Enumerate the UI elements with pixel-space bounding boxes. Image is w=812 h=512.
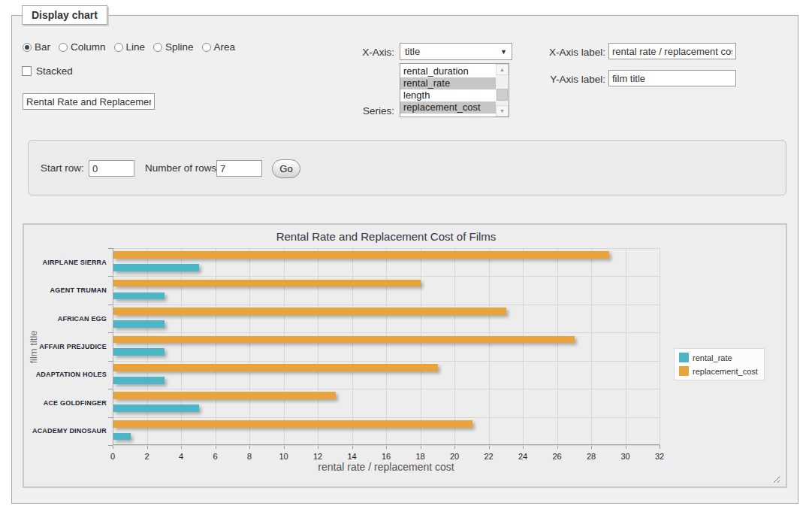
radio-circle-icon[interactable] <box>114 43 123 52</box>
go-button[interactable]: Go <box>272 159 300 178</box>
x-tick-label: 6 <box>213 452 217 461</box>
page: { "window": { "legend": "Display chart" … <box>0 0 812 512</box>
scroll-up-icon[interactable]: ▲ <box>496 64 509 75</box>
category-band: AIRPLANE SIERRA <box>113 248 660 276</box>
x-tick-label: 4 <box>179 452 183 461</box>
series-options: rental_durationrental_ratelengthreplacem… <box>400 64 496 117</box>
x-tick-label: 8 <box>247 452 252 461</box>
category-band: AGENT TRUMAN <box>113 276 660 304</box>
radio-circle-icon[interactable] <box>153 43 162 52</box>
bar-replacement_cost <box>113 364 438 371</box>
resize-handle-icon[interactable] <box>771 474 780 483</box>
stacked-checkbox[interactable] <box>22 66 32 76</box>
series-option[interactable]: rental_duration <box>400 65 496 77</box>
gridline <box>660 248 660 445</box>
rows-panel: Start row: Number of rows: Go <box>28 140 786 195</box>
radio-circle-icon[interactable] <box>59 43 68 52</box>
scroll-down-icon[interactable]: ▼ <box>496 105 509 117</box>
chart-legend: rental_ratereplacement_cost <box>674 348 765 380</box>
legend-swatch-rental_rate <box>679 353 689 362</box>
legend-item: replacement_cost <box>679 366 758 376</box>
fieldset-legend: Display chart <box>22 5 107 25</box>
x-axis-title: rental rate / replacement cost <box>113 461 660 473</box>
category-band: AFRICAN EGG <box>113 304 660 332</box>
series-option[interactable]: rental_rate <box>400 77 496 89</box>
x-tick-label: 22 <box>484 452 493 461</box>
start-row-input[interactable] <box>89 160 134 177</box>
start-row-label: Start row: <box>41 162 84 174</box>
bar-rental_rate <box>113 264 199 271</box>
legend-item: rental_rate <box>679 353 758 362</box>
radio-spline[interactable]: Spline <box>153 41 194 53</box>
num-rows-input[interactable] <box>216 160 262 177</box>
category-band: ACE GOLDFINGER <box>113 389 660 417</box>
x-tick-label: 16 <box>382 452 391 461</box>
radio-label: Area <box>214 41 236 53</box>
radio-area[interactable]: Area <box>202 41 236 53</box>
scrollbar-thumb[interactable] <box>497 89 508 101</box>
bar-rental_rate <box>113 320 165 328</box>
x-tick-label: 20 <box>450 452 459 461</box>
chart-title-input[interactable] <box>23 93 155 110</box>
category-band: ADAPTATION HOLES <box>113 361 660 389</box>
y-axis-title: film title <box>28 272 39 423</box>
legend-swatch-replacement_cost <box>679 366 689 376</box>
series-listbox[interactable]: rental_durationrental_ratelengthreplacem… <box>400 63 509 117</box>
radio-circle-icon[interactable] <box>23 43 32 52</box>
listbox-scrollbar[interactable]: ▲ ▼ <box>496 64 509 117</box>
radio-column[interactable]: Column <box>59 41 106 53</box>
x-tick-label: 28 <box>587 452 596 461</box>
x-tick-label: 0 <box>110 452 115 461</box>
legend-label: replacement_cost <box>693 367 758 376</box>
radio-label: Line <box>126 41 146 53</box>
radio-label: Bar <box>35 41 50 53</box>
radio-label: Spline <box>165 41 194 53</box>
bar-replacement_cost <box>113 336 575 344</box>
stacked-label: Stacked <box>36 65 73 77</box>
category-label: AIRPLANE SIERRA <box>24 259 107 266</box>
series-option[interactable]: replacement_cost <box>400 101 496 114</box>
y-axis-label-input[interactable] <box>608 70 736 86</box>
bar-rental_rate <box>113 292 165 300</box>
series-option[interactable]: length <box>400 89 496 101</box>
x-axis-label-input[interactable] <box>608 43 736 59</box>
x-tick-label: 26 <box>552 452 561 461</box>
x-tick-label: 12 <box>313 452 322 461</box>
bar-replacement_cost <box>113 392 336 399</box>
chart-type-radio-group: BarColumnLineSplineArea <box>23 41 235 53</box>
chevron-down-icon: ▼ <box>500 48 507 56</box>
radio-label: Column <box>71 41 106 53</box>
x-tick-label: 32 <box>655 452 664 461</box>
num-rows-label: Number of rows: <box>145 162 219 174</box>
bar-replacement_cost <box>113 280 421 287</box>
stacked-option: Stacked <box>22 65 73 77</box>
category-label: ACADEMY DINOSAUR <box>24 427 107 435</box>
x-axis-select[interactable]: title ▼ <box>400 43 512 60</box>
radio-bar[interactable]: Bar <box>23 41 50 53</box>
x-tick-label: 14 <box>347 452 356 461</box>
x-tick-label: 2 <box>144 452 149 461</box>
x-axis-label-label: X-Axis label: <box>533 47 605 58</box>
bar-replacement_cost <box>113 420 472 428</box>
gridline <box>113 445 660 446</box>
category-band: AFFAIR PREJUDICE <box>113 332 660 360</box>
bar-rental_rate <box>113 348 165 356</box>
scrollbar-track[interactable] <box>496 75 509 105</box>
bar-replacement_cost <box>113 251 609 259</box>
series-list-label: Series: <box>328 105 394 117</box>
y-tick-mark <box>108 445 113 446</box>
x-tick-mark <box>660 445 660 449</box>
legend-label: rental_rate <box>693 353 732 362</box>
x-tick-label: 18 <box>415 452 424 461</box>
bar-rental_rate <box>113 404 199 412</box>
radio-line[interactable]: Line <box>114 41 146 53</box>
radio-circle-icon[interactable] <box>202 43 211 52</box>
y-axis-label-label: Y-Axis label: <box>533 74 605 85</box>
bar-rental_rate <box>113 377 165 384</box>
y-axis-line <box>113 248 113 445</box>
x-tick-label: 24 <box>518 452 527 461</box>
x-tick-label: 10 <box>279 452 288 461</box>
display-chart-fieldset: Display chart BarColumnLineSplineArea St… <box>11 15 798 504</box>
x-axis-line <box>113 444 660 445</box>
bar-rental_rate <box>113 433 131 441</box>
